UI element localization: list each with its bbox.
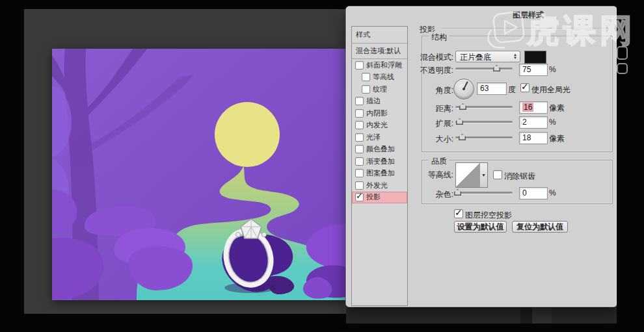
checkbox-icon[interactable] — [362, 85, 370, 94]
noise-input[interactable]: 0 — [519, 187, 548, 199]
slider-thumb[interactable] — [493, 65, 500, 71]
style-item-outer-glow[interactable]: 外发光 — [352, 179, 407, 192]
layer-knockout-label: 图层挖空投影 — [465, 210, 512, 221]
screen-crop-black-area — [617, 0, 644, 332]
blend-mode-select[interactable]: 正片叠底 ▲▼ — [455, 51, 520, 62]
distance-slider[interactable] — [455, 103, 513, 110]
anti-alias-label: 消除锯齿 — [504, 171, 535, 182]
distance-label: 距离: — [413, 103, 453, 114]
contour-dropdown-button[interactable]: ▼ — [480, 162, 488, 188]
use-global-light-label: 使用全局光 — [531, 84, 570, 96]
style-item-drop-shadow[interactable]: 投影 — [352, 192, 407, 204]
blending-options-item[interactable]: 混合选项:默认 — [352, 44, 407, 59]
style-item-bevel-emboss[interactable]: 斜面和浮雕 — [352, 59, 407, 71]
quality-group-label: 品质 — [429, 156, 449, 167]
spread-unit: % — [549, 118, 556, 127]
styles-list-panel: 样式 混合选项:默认 斜面和浮雕 等高线 纹理 描边 内阴影 内发光 光泽 颜色… — [351, 26, 408, 306]
checkbox-icon[interactable] — [355, 133, 364, 142]
checkbox-icon[interactable] — [355, 145, 364, 153]
style-item-gradient-overlay[interactable]: 渐变叠加 — [352, 155, 407, 168]
style-item-contour[interactable]: 等高线 — [352, 71, 407, 84]
slider-track — [455, 121, 513, 123]
blend-mode-label: 混合模式: — [413, 52, 453, 63]
checkbox-icon[interactable] — [355, 121, 364, 129]
slider-track — [455, 68, 513, 70]
reset-default-button[interactable]: 复位为默认值 — [512, 221, 568, 233]
size-slider[interactable] — [455, 133, 513, 141]
background-window-strip — [346, 306, 617, 324]
slider-track — [455, 192, 513, 194]
layer-knockout-checkbox[interactable] — [454, 209, 463, 218]
noise-unit: % — [549, 188, 556, 198]
spread-label: 扩展: — [413, 118, 453, 129]
style-item-texture[interactable]: 纹理 — [352, 83, 407, 96]
angle-hub — [463, 88, 465, 90]
checkbox-icon[interactable] — [355, 157, 364, 166]
canvas-illustration — [52, 49, 346, 300]
size-unit: 像素 — [549, 133, 565, 144]
slider-thumb[interactable] — [459, 103, 466, 110]
angle-dial[interactable] — [453, 79, 474, 99]
shadow-color-swatch[interactable] — [524, 51, 546, 64]
checkbox-icon[interactable] — [362, 73, 370, 81]
structure-group-label: 结构 — [429, 32, 449, 43]
layer-style-dialog: 图层样式 样式 混合选项:默认 斜面和浮雕 等高线 纹理 描边 内阴影 内发光 … — [346, 6, 617, 307]
size-input[interactable]: 18 — [519, 132, 548, 144]
angle-input[interactable]: 63 — [477, 83, 507, 95]
slider-thumb[interactable] — [456, 118, 463, 125]
anti-alias-checkbox[interactable] — [493, 170, 502, 179]
distance-unit: 像素 — [549, 103, 565, 114]
style-item-inner-glow[interactable]: 内发光 — [352, 120, 407, 132]
size-label: 大小: — [413, 134, 453, 145]
dialog-title: 图层样式 — [489, 10, 567, 21]
window-seam — [520, 306, 532, 324]
opacity-unit: % — [549, 65, 556, 74]
document-canvas[interactable] — [52, 49, 346, 300]
set-default-button[interactable]: 设置为默认值 — [454, 221, 507, 233]
noise-slider[interactable] — [455, 188, 513, 196]
section-divider — [441, 28, 609, 29]
style-item-color-overlay[interactable]: 颜色叠加 — [352, 144, 407, 156]
style-item-pattern-overlay[interactable]: 图案叠加 — [352, 168, 407, 180]
moon — [215, 102, 280, 167]
checkbox-icon[interactable] — [355, 61, 364, 70]
spread-slider[interactable] — [455, 118, 513, 125]
checkbox-icon[interactable] — [355, 169, 364, 177]
checkbox-icon[interactable] — [355, 181, 364, 190]
screenshot-stage: 图层样式 样式 混合选项:默认 斜面和浮雕 等高线 纹理 描边 内阴影 内发光 … — [0, 0, 644, 332]
angle-unit: 度 — [508, 84, 516, 96]
checkbox-icon[interactable] — [355, 97, 364, 105]
angle-label: 角度: — [413, 85, 453, 96]
blend-mode-value: 正片叠底 — [460, 53, 491, 62]
spread-input[interactable]: 2 — [519, 116, 548, 129]
dropdown-arrows-icon: ▲▼ — [513, 51, 517, 62]
style-item-inner-shadow[interactable]: 内阴影 — [352, 107, 407, 120]
styles-header: 样式 — [352, 27, 407, 44]
style-item-stroke[interactable]: 描边 — [352, 96, 407, 108]
slider-thumb[interactable] — [459, 134, 466, 140]
checkbox-checked-icon[interactable] — [355, 193, 364, 201]
window-seam — [532, 306, 552, 324]
style-item-satin[interactable]: 光泽 — [352, 131, 407, 144]
checkbox-icon[interactable] — [355, 109, 364, 118]
contour-thumbnail[interactable] — [455, 162, 481, 188]
opacity-slider[interactable] — [455, 64, 513, 72]
distance-input[interactable]: 16 — [519, 101, 548, 114]
noise-label: 杂色: — [413, 189, 453, 200]
use-global-light-checkbox[interactable] — [520, 83, 530, 92]
slider-thumb[interactable] — [454, 189, 461, 196]
opacity-input[interactable]: 75 — [519, 64, 548, 76]
contour-label: 等高线: — [413, 170, 453, 181]
opacity-label: 不透明度: — [413, 65, 453, 76]
